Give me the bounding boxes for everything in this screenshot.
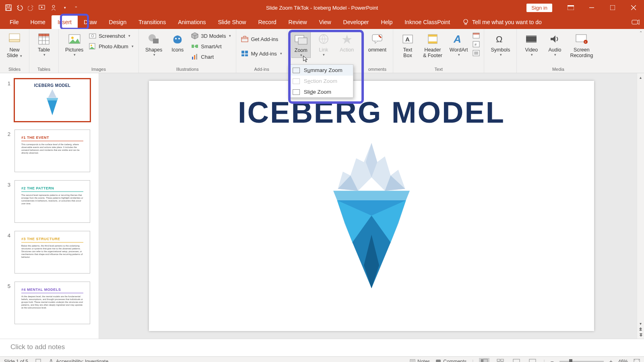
thumbnail-slide[interactable]: #2 THE PATTERNThe second level represent…	[14, 180, 90, 223]
object-icon[interactable]	[473, 50, 480, 56]
comment-button[interactable]: omment	[366, 31, 389, 53]
shapes-button[interactable]: Shapes▾	[143, 31, 165, 57]
fit-to-window-button[interactable]	[634, 359, 640, 362]
scroll-up-icon[interactable]: ▴	[638, 74, 644, 80]
thumbnail-slide[interactable]: ICEBERG MODEL	[14, 79, 90, 121]
tab-insert[interactable]: Insert	[52, 15, 78, 29]
thumbnail-slide[interactable]: #4 MENTAL MODELSAt the deepest level, th…	[14, 282, 90, 324]
slide-zoom-item[interactable]: Slide Zoom	[289, 86, 353, 97]
zoom-button[interactable]: Zoom▾	[291, 31, 311, 58]
share-icon[interactable]	[627, 15, 644, 29]
tab-transitions[interactable]: Transitions	[132, 15, 172, 29]
text-box-button[interactable]: A TextBox	[397, 31, 418, 59]
tab-review[interactable]: Review	[283, 15, 313, 29]
group-addins: Get Add-ins My Add-ins▾ Add-ins	[236, 29, 287, 73]
slide-sorter-view-button[interactable]	[495, 358, 506, 362]
tab-draw[interactable]: Draw	[78, 15, 103, 29]
tab-design[interactable]: Design	[103, 15, 133, 29]
tab-help[interactable]: Help	[375, 15, 398, 29]
table-icon	[37, 32, 51, 46]
maximize-icon[interactable]	[602, 0, 623, 15]
screen-recording-button[interactable]: + ScreenRecording	[568, 31, 595, 59]
summary-zoom-item[interactable]: Summary Zoom	[289, 65, 353, 76]
collapse-ribbon-icon[interactable]: ⌃	[639, 31, 642, 35]
section-zoom-item[interactable]: Section Zoom	[289, 76, 353, 86]
3d-models-button[interactable]: 3D Models▾	[190, 31, 232, 40]
tab-developer[interactable]: Developer	[337, 15, 375, 29]
svg-rect-60	[526, 35, 537, 37]
zoom-out-button[interactable]: −	[551, 358, 554, 362]
tab-view[interactable]: View	[313, 15, 337, 29]
minimize-icon[interactable]	[581, 0, 602, 15]
table-button[interactable]: Table▾	[33, 31, 54, 57]
audio-button[interactable]: Audio▾	[544, 31, 565, 57]
action-button[interactable]: Action	[336, 31, 357, 53]
svg-rect-21	[39, 34, 49, 36]
cube-icon	[191, 32, 198, 39]
header-footer-button[interactable]: Header& Footer	[421, 31, 445, 59]
chart-button[interactable]: Chart	[190, 52, 232, 61]
tab-slideshow[interactable]: Slide Show	[212, 15, 252, 29]
thumbnail-slide[interactable]: #1 THE EVENTThis corresponds to the surf…	[14, 130, 90, 172]
status-notes-button[interactable]: Notes	[410, 359, 430, 362]
photo-album-button[interactable]: Photo Album▾	[88, 42, 134, 51]
svg-rect-93	[513, 359, 520, 362]
my-addins-button[interactable]: My Add-ins▾	[240, 49, 283, 58]
slideshow-view-button[interactable]	[527, 358, 538, 362]
link-button[interactable]: Link▾	[313, 31, 334, 57]
group-label-slides: Slides	[4, 67, 25, 73]
new-slide-button[interactable]: New Slide ▾	[4, 31, 25, 59]
get-addins-button[interactable]: Get Add-ins	[240, 35, 283, 43]
group-label-illustrations: Illustrations	[143, 67, 232, 73]
tab-record[interactable]: Record	[252, 15, 282, 29]
zoom-in-button[interactable]: +	[609, 358, 613, 362]
next-slide-icon[interactable]: ⯯	[638, 332, 644, 337]
smartart-button[interactable]: SmartArt	[190, 42, 232, 51]
symbols-button[interactable]: Ω Symbols▾	[488, 31, 512, 57]
save-icon[interactable]	[5, 4, 12, 11]
date-time-icon[interactable]	[473, 32, 480, 39]
svg-rect-89	[497, 359, 500, 361]
start-from-beginning-icon[interactable]	[39, 4, 46, 11]
slide-canvas[interactable]: ICEBERG MODEL	[149, 81, 594, 331]
qat-customize-icon[interactable]: ⁼	[72, 4, 80, 11]
vertical-scrollbar[interactable]: ▴ ▾ ⯭ ⯯	[637, 73, 644, 339]
svg-marker-66	[47, 98, 58, 115]
sign-in-button[interactable]: Sign in	[526, 4, 552, 12]
svg-rect-39	[245, 51, 248, 53]
undo-icon[interactable]	[16, 4, 23, 11]
status-accessibility[interactable]: Accessibility: Investigate	[48, 359, 108, 362]
zoom-percent[interactable]: 46%	[618, 359, 628, 362]
svg-point-11	[464, 19, 468, 23]
close-icon[interactable]	[623, 0, 644, 15]
tab-home[interactable]: Home	[25, 15, 52, 29]
video-button[interactable]: Video▾	[521, 31, 542, 57]
svg-rect-57	[474, 51, 478, 55]
ribbon-display-options-icon[interactable]	[560, 0, 581, 15]
thumbnail-row: 2#1 THE EVENTThis corresponds to the sur…	[0, 130, 99, 180]
svg-rect-50	[428, 41, 437, 43]
icons-button[interactable]: Icons	[167, 31, 188, 53]
status-language-icon[interactable]	[35, 359, 41, 362]
tab-classpoint[interactable]: Inknoe ClassPoint	[398, 15, 456, 29]
svg-rect-95	[529, 359, 536, 362]
slide-number-icon[interactable]: #	[473, 41, 480, 47]
normal-view-button[interactable]	[479, 358, 489, 362]
scroll-down-icon[interactable]: ▾	[638, 321, 644, 326]
wordart-button[interactable]: A WordArt▾	[447, 31, 471, 57]
reading-view-button[interactable]	[511, 358, 522, 362]
touch-mode-icon[interactable]	[50, 4, 57, 11]
tab-animations[interactable]: Animations	[172, 15, 212, 29]
notes-pane[interactable]: Click to add notes	[0, 339, 644, 356]
thumbnail-pane[interactable]: 1ICEBERG MODEL2#1 THE EVENTThis correspo…	[0, 73, 99, 339]
tab-file[interactable]: File	[4, 15, 25, 29]
status-comments-button[interactable]: Comments	[436, 359, 466, 362]
pictures-button[interactable]: Pictures▾	[63, 31, 86, 57]
thumbnail-slide[interactable]: #3 THE STRUCTUREBelow the patterns, the …	[14, 231, 90, 274]
redo-icon[interactable]	[27, 4, 35, 11]
zoom-slider-thumb[interactable]	[569, 359, 572, 362]
prev-slide-icon[interactable]: ⯭	[638, 326, 644, 332]
screenshot-button[interactable]: Screenshot▾	[88, 31, 134, 40]
qat-dropdown-icon[interactable]: ▾	[61, 4, 68, 11]
tell-me-search[interactable]: Tell me what you want to do	[462, 15, 542, 29]
